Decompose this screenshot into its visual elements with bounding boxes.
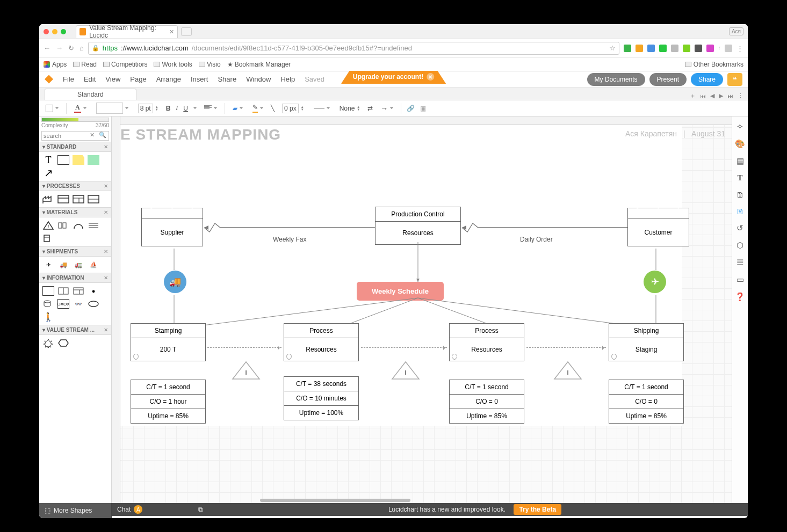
close-tab-icon[interactable]: ✕ xyxy=(169,28,174,35)
document-icon[interactable]: 🗎 xyxy=(736,190,744,199)
italic-button[interactable]: I xyxy=(176,104,178,112)
section-header[interactable]: ▾ VALUE STREAM ...✕ xyxy=(39,325,111,335)
share-button[interactable]: Share xyxy=(691,73,723,86)
apps-button[interactable]: Apps xyxy=(44,61,67,68)
ext-icon[interactable] xyxy=(695,45,702,52)
ext-icon[interactable] xyxy=(683,45,690,52)
bookmark-folder[interactable]: Read xyxy=(73,61,97,68)
data-box-2[interactable]: C/T = 38 secondsC/O = 10 minutesUptime =… xyxy=(284,376,359,420)
shape-kanban[interactable] xyxy=(88,221,99,230)
push-arrow[interactable] xyxy=(526,347,606,348)
menu-icon[interactable]: ⋮ xyxy=(737,45,743,52)
data-box-1[interactable]: C/T = 1 secondC/O = 1 hourUptime = 85% xyxy=(131,380,206,424)
close-icon[interactable]: ✕ xyxy=(104,209,108,215)
layers-icon[interactable]: ☰ xyxy=(737,258,743,267)
node-schedule[interactable]: Weekly Schedule xyxy=(357,282,444,301)
present-button[interactable]: Present xyxy=(649,73,687,86)
ext-icon[interactable] xyxy=(671,45,678,52)
shape-text[interactable]: T xyxy=(42,155,54,165)
node-process-2[interactable]: ProcessResources xyxy=(449,323,524,361)
line-style-button[interactable] xyxy=(312,105,332,112)
arrow-end-button[interactable]: → xyxy=(378,103,395,114)
bookmark-folder[interactable]: Visio xyxy=(199,61,221,68)
push-arrow[interactable] xyxy=(361,347,447,348)
line-end-start[interactable]: None▲▼ xyxy=(337,104,363,113)
close-icon[interactable]: ✕ xyxy=(104,275,108,281)
history-icon[interactable]: ↺ xyxy=(737,223,743,233)
last-page-button[interactable]: ⏭ xyxy=(727,93,733,99)
menu-arrange[interactable]: Arrange xyxy=(156,75,181,83)
document-tab[interactable]: Standard xyxy=(45,89,136,100)
shape-box[interactable] xyxy=(42,234,54,243)
upgrade-banner[interactable]: Upgrade your account!✕ xyxy=(341,71,446,84)
push-arrow[interactable] xyxy=(207,347,281,348)
shape-triangle[interactable]: ! xyxy=(42,221,54,230)
fill-color-button[interactable]: ▰ xyxy=(230,104,245,113)
node-shipping[interactable]: ShippingStaging xyxy=(609,323,684,361)
shape-sticky[interactable] xyxy=(88,155,99,165)
menu-insert[interactable]: Insert xyxy=(191,75,208,83)
shape-queue[interactable] xyxy=(57,221,69,230)
bookmark-link[interactable]: ★Bookmark Manager xyxy=(227,61,291,68)
back-button[interactable]: ← xyxy=(44,44,50,52)
horizontal-scrollbar[interactable] xyxy=(120,498,732,503)
star-icon[interactable]: ☆ xyxy=(609,44,616,52)
section-header[interactable]: ▾ INFORMATION✕ xyxy=(39,273,111,283)
shape-arrow[interactable]: ↗ xyxy=(42,168,54,178)
shape-style-button[interactable] xyxy=(44,104,61,113)
font-picker[interactable] xyxy=(94,101,131,115)
maximize-window-icon[interactable] xyxy=(61,29,66,34)
close-icon[interactable]: ✕ xyxy=(104,144,108,150)
reload-button[interactable]: ↻ xyxy=(68,44,74,52)
data-icon[interactable]: ⬡ xyxy=(737,241,743,250)
close-icon[interactable]: ✕ xyxy=(104,183,108,189)
shape-plane[interactable]: ✈ xyxy=(42,260,54,269)
font-size-stepper[interactable]: 8 pt▲▼ xyxy=(136,103,161,114)
close-icon[interactable]: ✕ xyxy=(104,327,108,333)
plane-icon[interactable]: ✈ xyxy=(644,271,666,293)
shape-process2[interactable] xyxy=(73,194,84,204)
shape-note[interactable] xyxy=(73,155,84,165)
shape-hexagon[interactable] xyxy=(57,338,69,348)
node-process-1[interactable]: ProcessResources xyxy=(284,323,359,361)
home-button[interactable]: ⌂ xyxy=(80,44,84,52)
other-bookmarks[interactable]: Other Bookmarks xyxy=(685,61,743,68)
line-type-button[interactable]: ⇄ xyxy=(367,105,373,112)
ext-icon[interactable] xyxy=(706,45,714,52)
shape-burst[interactable] xyxy=(42,338,54,348)
ext-icon[interactable] xyxy=(725,45,732,52)
shape-factory[interactable] xyxy=(42,194,54,204)
try-beta-button[interactable]: Try the Beta xyxy=(514,504,561,515)
line-color-button[interactable]: ✎ xyxy=(250,103,265,114)
font-color-button[interactable]: A xyxy=(72,103,89,114)
inventory-icon[interactable]: I xyxy=(232,361,261,382)
more-shapes-button[interactable]: ⬚ More Shapes xyxy=(39,503,112,518)
align-button[interactable] xyxy=(202,104,219,113)
bookmark-folder[interactable]: Work tools xyxy=(154,61,192,68)
theme-icon[interactable]: 🎨 xyxy=(735,139,745,149)
close-window-icon[interactable] xyxy=(44,29,49,34)
shape-info3[interactable] xyxy=(73,286,84,296)
master-page-icon[interactable]: 🗎 xyxy=(736,207,744,216)
image-button[interactable]: ▣ xyxy=(420,105,426,112)
minimize-window-icon[interactable] xyxy=(52,29,57,34)
page-settings-icon[interactable]: ▤ xyxy=(737,156,744,166)
shape-rectangle[interactable] xyxy=(57,155,69,165)
profile-badge[interactable]: Aся xyxy=(729,27,743,35)
logo-icon[interactable] xyxy=(45,75,53,84)
data-box-3[interactable]: C/T = 1 secondC/O = 0Uptime = 85% xyxy=(449,380,524,424)
popout-icon[interactable]: ⧉ xyxy=(198,506,203,513)
ext-icon[interactable] xyxy=(636,45,643,52)
ext-icon[interactable]: r xyxy=(718,45,720,52)
menu-share[interactable]: Share xyxy=(218,75,236,83)
bold-button[interactable]: B xyxy=(166,105,171,112)
menu-window[interactable]: Window xyxy=(246,75,271,83)
prev-page-button[interactable]: ◀ xyxy=(710,92,714,99)
shape-oxox[interactable]: OXOX xyxy=(57,299,69,309)
section-header[interactable]: ▾ SHIPMENTS✕ xyxy=(39,246,111,257)
section-header[interactable]: ▾ STANDARD✕ xyxy=(39,142,111,152)
navigator-icon[interactable]: ✧ xyxy=(737,122,743,132)
shape-process[interactable] xyxy=(57,194,69,204)
shape-forklift[interactable]: 🚛 xyxy=(73,260,84,269)
shape-boat[interactable]: ⛵ xyxy=(88,260,99,269)
